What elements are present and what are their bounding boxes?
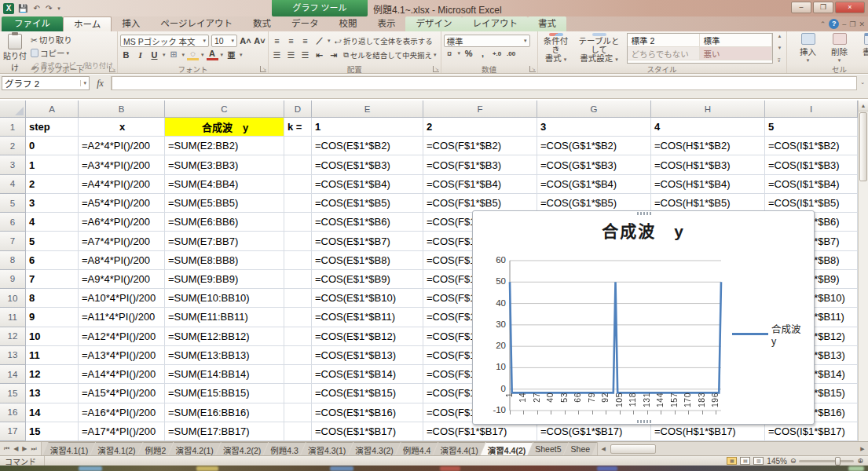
cell-B15[interactable]: =A15*4*PI()/200 (79, 384, 165, 403)
row-header-8[interactable]: 8 (0, 251, 26, 270)
percent-style-button[interactable]: % (463, 49, 474, 58)
cell-H1[interactable]: 4 (651, 118, 765, 137)
number-dialog-launcher[interactable]: ↘ (529, 66, 536, 72)
tab-数式[interactable]: 数式 (243, 16, 281, 31)
shrink-font-button[interactable]: A˅ (254, 36, 266, 46)
row-header-16[interactable]: 16 (0, 403, 26, 422)
cell-C8[interactable]: =SUM(E8:BB8) (165, 251, 284, 270)
cell-A17[interactable]: 15 (26, 422, 79, 441)
cell-E14[interactable]: =COS(E$1*$B14) (312, 365, 423, 384)
scroll-up-icon[interactable]: ▲ (859, 100, 868, 111)
cell-D11[interactable] (284, 308, 312, 327)
cell-B13[interactable]: =A13*4*PI()/200 (79, 346, 165, 365)
cell-C9[interactable]: =SUM(E9:BB9) (165, 270, 284, 289)
delete-cells-button[interactable]: 削除▾ (826, 33, 853, 64)
cut-button[interactable]: ✂切り取り (29, 33, 74, 46)
cell-D4[interactable] (284, 175, 312, 194)
prev-sheet-icon[interactable]: ◀ (12, 445, 20, 452)
close-button[interactable]: × (835, 2, 865, 13)
cell-E1[interactable]: 1 (312, 118, 423, 137)
wrap-text-button[interactable]: ⮐折り返して全体を表示する (333, 35, 434, 47)
cell-A5[interactable]: 3 (26, 194, 79, 213)
cell-C2[interactable]: =SUM(E2:BB2) (165, 137, 284, 155)
cell-A13[interactable]: 11 (26, 346, 79, 365)
qat-customize-dropdown[interactable]: ▾ (56, 5, 62, 12)
row-header-1[interactable]: 1 (0, 118, 26, 137)
next-sheet-icon[interactable]: ▶ (20, 445, 28, 452)
cell-H3[interactable]: =COS(H$1*$B3) (651, 155, 765, 174)
column-header-A[interactable]: A (26, 100, 79, 118)
cell-E8[interactable]: =COS(E$1*$B8) (312, 251, 423, 270)
cell-A15[interactable]: 13 (26, 384, 79, 403)
conditional-formatting-button[interactable]: 条件付き書式 ▾ (540, 33, 572, 64)
align-left-icon[interactable]: ☰ (271, 50, 283, 60)
cell-A7[interactable]: 5 (26, 232, 79, 250)
gallery-up-icon[interactable]: ▲ (778, 34, 782, 38)
clipboard-dialog-launcher[interactable]: ↘ (109, 66, 115, 72)
align-bottom-icon[interactable]: ≡ (299, 36, 311, 46)
cell-E2[interactable]: =COS(E$1*$B2) (312, 137, 423, 155)
currency-format-button[interactable]: ¤ (444, 49, 456, 58)
help-icon[interactable]: ? (829, 19, 839, 29)
select-all-corner[interactable] (0, 100, 26, 118)
cell-B8[interactable]: =A8*4*PI()/200 (79, 251, 165, 270)
cell-D7[interactable] (284, 232, 312, 250)
vertical-scrollbar[interactable]: ▲ (858, 100, 868, 441)
first-sheet-icon[interactable]: ⏮ (2, 445, 11, 453)
cell-D13[interactable] (284, 346, 312, 365)
cell-F3[interactable]: =COS(F$1*$B3) (423, 155, 537, 174)
cell-style-item[interactable]: 標準 2 (628, 34, 700, 47)
cell-H4[interactable]: =COS(H$1*$B4) (651, 175, 765, 194)
sheet-tab-例題4.4[interactable]: 例題4.4 (396, 442, 438, 455)
row-header-11[interactable]: 11 (0, 308, 26, 327)
sheet-tab-演習4.1(2)[interactable]: 演習4.1(2) (90, 442, 142, 455)
insert-cells-button[interactable]: 挿入▾ (795, 33, 822, 64)
cell-D16[interactable] (284, 403, 312, 422)
column-header-D[interactable]: D (284, 100, 312, 118)
cell-D2[interactable] (284, 137, 312, 155)
cell-I4[interactable]: =COS(I$1*$B4) (765, 175, 858, 194)
cell-C17[interactable]: =SUM(E17:BB17) (165, 422, 284, 441)
row-header-15[interactable]: 15 (0, 384, 26, 403)
cell-D12[interactable] (284, 327, 312, 346)
row-header-13[interactable]: 13 (0, 346, 26, 365)
row-header-17[interactable]: 17 (0, 422, 26, 441)
tab-ホーム[interactable]: ホーム (63, 16, 112, 31)
font-name-combo[interactable]: MS Pゴシック 本文▾ (120, 35, 209, 47)
cell-D8[interactable] (284, 251, 312, 270)
cell-E9[interactable]: =COS(E$1*$B9) (312, 270, 423, 289)
cell-A8[interactable]: 6 (26, 251, 79, 270)
column-header-G[interactable]: G (537, 100, 651, 118)
paste-button[interactable]: 貼り付け▾ (2, 33, 27, 64)
contextual-tab-デザイン[interactable]: デザイン (405, 16, 462, 31)
row-header-10[interactable]: 10 (0, 289, 26, 308)
zoom-slider[interactable] (799, 460, 854, 462)
row-header-14[interactable]: 14 (0, 365, 26, 384)
page-break-view-icon[interactable]: ▥ (753, 457, 764, 465)
zoom-in-icon[interactable]: ⊕ (857, 457, 863, 465)
scroll-left-icon[interactable]: ◀ (598, 446, 609, 452)
save-button[interactable]: 💾 (16, 4, 29, 13)
normal-view-icon[interactable]: ▦ (727, 457, 737, 465)
cell-D10[interactable] (284, 289, 312, 308)
cell-E13[interactable]: =COS(E$1*$B13) (312, 346, 423, 365)
phonetic-button[interactable]: 亜 (225, 49, 237, 60)
cell-style-item[interactable]: 標準 (700, 34, 772, 47)
font-size-combo[interactable]: 10▾ (211, 35, 237, 47)
cell-G2[interactable]: =COS(G$1*$B2) (537, 137, 651, 155)
cell-B2[interactable]: =A2*4*PI()/200 (79, 137, 165, 155)
cell-E10[interactable]: =COS(E$1*$B10) (312, 289, 423, 308)
cell-D15[interactable] (284, 384, 312, 403)
restore-button[interactable]: ❐ (813, 2, 833, 13)
orientation-icon[interactable]: ⟋ (313, 36, 325, 46)
formula-bar-expand-icon[interactable]: ⌄ (859, 75, 868, 86)
cell-B9[interactable]: =A9*4*PI()/200 (79, 270, 165, 289)
zoom-out-icon[interactable]: ⊖ (790, 457, 797, 465)
cell-C11[interactable]: =SUM(E11:BB11) (165, 308, 284, 327)
borders-button[interactable]: ⊞ (168, 49, 180, 60)
cell-B7[interactable]: =A7*4*PI()/200 (79, 232, 165, 250)
cell-D17[interactable] (284, 422, 312, 441)
sheet-tab-演習4.1(1)[interactable]: 演習4.1(1) (43, 442, 95, 455)
sheet-tab-演習4.2(2)[interactable]: 演習4.2(2) (216, 442, 268, 455)
tab-データ[interactable]: データ (281, 16, 329, 31)
